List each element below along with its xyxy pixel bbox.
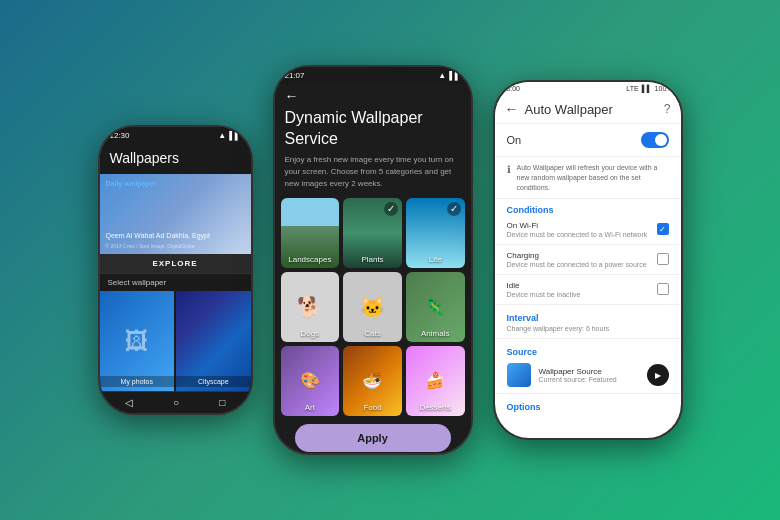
cat-animals[interactable]: 🦎 Animals bbox=[406, 272, 465, 342]
phone-3: 10:00 LTE ▌▌ 100% ← Auto Wallpaper ? On … bbox=[493, 80, 683, 440]
info-text: Auto Wallpaper will refresh your device … bbox=[517, 163, 669, 192]
phone2-title: Dynamic Wallpaper Service bbox=[275, 108, 471, 154]
phone2-screen: 21:07 ▲ ▌▌ ← Dynamic Wallpaper Service E… bbox=[275, 67, 471, 453]
interval-value: Change wallpaper every: 6 hours bbox=[495, 325, 681, 336]
credit-text: © 2014 Cnes / Spot Image, DigitalGlobe bbox=[106, 243, 195, 249]
divider-3 bbox=[495, 304, 681, 305]
cat-plants-label: Plants bbox=[343, 255, 402, 264]
cat-desserts-label: Desserts bbox=[406, 403, 465, 412]
cat-animals-label: Animals bbox=[406, 329, 465, 338]
home-nav-btn[interactable]: ○ bbox=[173, 397, 179, 408]
apply-button[interactable]: Apply bbox=[295, 424, 451, 452]
condition-idle-text: Idle Device must be inactive bbox=[507, 281, 657, 298]
help-icon[interactable]: ? bbox=[664, 102, 671, 116]
divider-4 bbox=[495, 338, 681, 339]
source-row: Wallpaper Source Current source: Feature… bbox=[495, 359, 681, 391]
phone3-battery-icon: 100% bbox=[655, 85, 673, 92]
my-photos-label: My photos bbox=[100, 376, 175, 387]
phone3-screen: 10:00 LTE ▌▌ 100% ← Auto Wallpaper ? On … bbox=[495, 82, 681, 438]
cat-dogs-label: Dogs bbox=[281, 329, 340, 338]
divider-5 bbox=[495, 393, 681, 394]
play-button[interactable]: ▶ bbox=[647, 364, 669, 386]
wifi-icon: ▲ bbox=[218, 131, 226, 140]
phone1-status-icons: ▲ ▌▌ bbox=[218, 131, 240, 140]
phone2-signal-icon: ▌▌ bbox=[449, 71, 460, 80]
cat-dogs[interactable]: 🐕 Dogs bbox=[281, 272, 340, 342]
phone2-header: ← bbox=[275, 84, 471, 108]
condition-idle: Idle Device must be inactive bbox=[495, 277, 681, 302]
plants-check-icon: ✓ bbox=[384, 202, 398, 216]
on-row: On bbox=[495, 124, 681, 157]
phone3-title: Auto Wallpaper bbox=[525, 102, 664, 117]
phone1-title: Wallpapers bbox=[110, 150, 241, 166]
phone3-signal-icon: ▌▌ bbox=[642, 85, 652, 92]
info-row: ℹ Auto Wallpaper will refresh your devic… bbox=[495, 157, 681, 199]
info-icon: ℹ bbox=[507, 164, 511, 175]
phone2-time: 21:07 bbox=[285, 71, 305, 80]
auto-wallpaper-toggle[interactable] bbox=[641, 132, 669, 148]
phone2-description: Enjoy a fresh new image every time you t… bbox=[275, 154, 471, 198]
source-name: Wallpaper Source bbox=[539, 367, 639, 376]
phone2-status-icons: ▲ ▌▌ bbox=[438, 71, 460, 80]
cat-life[interactable]: ✓ Life bbox=[406, 198, 465, 268]
charging-checkbox[interactable] bbox=[657, 253, 669, 265]
cat-art-label: Art bbox=[281, 403, 340, 412]
phone1-screen: 12:30 ▲ ▌▌ Wallpapers Daily wallpaper Qe… bbox=[100, 127, 251, 413]
source-thumbnail bbox=[507, 363, 531, 387]
interval-header: Interval bbox=[495, 307, 681, 325]
phone3-status-bar: 10:00 LTE ▌▌ 100% bbox=[495, 82, 681, 95]
phone2-back-button[interactable]: ← bbox=[285, 88, 299, 104]
source-info: Wallpaper Source Current source: Feature… bbox=[539, 367, 639, 383]
location-text: Qeem Al Wahat Ad Dakhla, Egypt bbox=[106, 231, 245, 240]
phone1-time: 12:30 bbox=[110, 131, 130, 140]
phone3-header: ← Auto Wallpaper ? bbox=[495, 95, 681, 124]
cat-food[interactable]: 🍜 Food bbox=[343, 346, 402, 416]
phone3-back-button[interactable]: ← bbox=[505, 101, 519, 117]
phone1-header: Wallpapers bbox=[100, 144, 251, 174]
category-grid: Landscapes ✓ Plants ✓ Life 🐕 Dogs 🐱 bbox=[275, 198, 471, 416]
recents-nav-btn[interactable]: □ bbox=[219, 397, 225, 408]
options-header: Options bbox=[495, 396, 681, 414]
signal-icon: ▌▌ bbox=[229, 131, 240, 140]
life-check-icon: ✓ bbox=[447, 202, 461, 216]
phone-2: 21:07 ▲ ▌▌ ← Dynamic Wallpaper Service E… bbox=[273, 65, 473, 455]
divider-1 bbox=[495, 244, 681, 245]
my-photos-cell[interactable]: 🖼 My photos bbox=[100, 291, 175, 391]
cat-food-label: Food bbox=[343, 403, 402, 412]
condition-idle-name: Idle bbox=[507, 281, 657, 290]
cityscape-label: Cityscape bbox=[176, 376, 251, 387]
divider-2 bbox=[495, 274, 681, 275]
photo-icon: 🖼 bbox=[125, 327, 149, 355]
phone1-nav-bar: ◁ ○ □ bbox=[100, 391, 251, 413]
condition-charging-name: Charging bbox=[507, 251, 657, 260]
source-header: Source bbox=[495, 341, 681, 359]
condition-wifi-name: On Wi-Fi bbox=[507, 221, 657, 230]
on-label: On bbox=[507, 134, 522, 146]
cat-landscapes[interactable]: Landscapes bbox=[281, 198, 340, 268]
cat-desserts[interactable]: 🍰 Desserts bbox=[406, 346, 465, 416]
condition-idle-desc: Device must be inactive bbox=[507, 291, 657, 298]
featured-wallpaper: Daily wallpaper Qeem Al Wahat Ad Dakhla,… bbox=[100, 174, 251, 254]
cityscape-cell[interactable]: Cityscape bbox=[176, 291, 251, 391]
condition-charging-desc: Device must be connected to a power sour… bbox=[507, 261, 657, 268]
condition-charging-text: Charging Device must be connected to a p… bbox=[507, 251, 657, 268]
cat-cats[interactable]: 🐱 Cats bbox=[343, 272, 402, 342]
phone3-status-icons: LTE ▌▌ 100% bbox=[626, 85, 672, 92]
phone2-status-bar: 21:07 ▲ ▌▌ bbox=[275, 67, 471, 84]
source-value: Current source: Featured bbox=[539, 376, 639, 383]
cat-cats-label: Cats bbox=[343, 329, 402, 338]
select-wallpaper-label: Select wallpaper bbox=[100, 274, 251, 291]
back-nav-btn[interactable]: ◁ bbox=[125, 397, 133, 408]
idle-checkbox[interactable] bbox=[657, 283, 669, 295]
cat-plants[interactable]: ✓ Plants bbox=[343, 198, 402, 268]
explore-button[interactable]: EXPLORE bbox=[100, 254, 251, 274]
phone2-wifi-icon: ▲ bbox=[438, 71, 446, 80]
condition-wifi-desc: Device must be connected to a Wi-Fi netw… bbox=[507, 231, 657, 238]
condition-wifi: On Wi-Fi Device must be connected to a W… bbox=[495, 217, 681, 242]
featured-bg: Daily wallpaper Qeem Al Wahat Ad Dakhla,… bbox=[100, 174, 251, 254]
phone3-lte-icon: LTE bbox=[626, 85, 638, 92]
wifi-checkbox[interactable]: ✓ bbox=[657, 223, 669, 235]
cat-landscapes-label: Landscapes bbox=[281, 255, 340, 264]
cat-art[interactable]: 🎨 Art bbox=[281, 346, 340, 416]
cat-life-label: Life bbox=[406, 255, 465, 264]
